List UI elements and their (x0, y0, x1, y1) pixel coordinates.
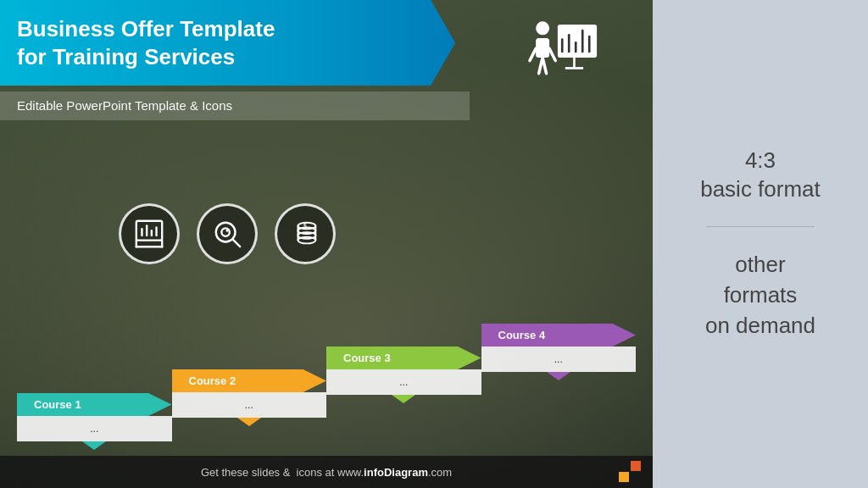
footer-domain: .com (428, 466, 452, 479)
presenter-icon-area (526, 17, 602, 85)
courses-row: Course 1 ... Course 2 ... Course 3 ... C… (0, 324, 653, 450)
course-1-content: ... (17, 416, 172, 441)
course-1-item: Course 1 ... (17, 393, 172, 450)
footer-bar: Get these slides & icons at www.infoDiag… (0, 456, 653, 488)
course-4-chevron (547, 372, 570, 380)
main-presentation-area: Business Offer Template for Training Ser… (0, 0, 653, 488)
course-4-label: Course 4 (481, 324, 637, 347)
main-title: Business Offer Template for Training Ser… (17, 15, 473, 70)
svg-line-23 (233, 240, 241, 247)
course-3-chevron (392, 395, 415, 403)
sidebar-divider (706, 226, 815, 227)
footer-text: Get these slides & icons at www.infoDiag… (201, 466, 452, 479)
format-type: basic format (700, 176, 821, 202)
course-2-content: ... (172, 392, 327, 418)
footer-brand: infoDiagram (364, 466, 428, 479)
presenter-icon (526, 17, 602, 85)
course-1-label: Course 1 (17, 393, 172, 416)
course-3-item: Course 3 ... (326, 347, 481, 403)
sidebar-format-label: 4:3 basic format (700, 147, 821, 204)
svg-rect-6 (558, 25, 597, 58)
other-line1: other (735, 252, 785, 277)
svg-text:$: $ (303, 223, 307, 230)
chart-icon (133, 218, 165, 250)
sidebar: 4:3 basic format other formats on demand (653, 0, 868, 488)
subtitle-text: Editable PowerPoint Template & Icons (17, 98, 232, 113)
svg-rect-38 (631, 461, 641, 471)
header-banner: Business Offer Template for Training Ser… (0, 0, 490, 86)
svg-line-3 (549, 48, 555, 60)
circle-chart-icon (119, 203, 180, 264)
svg-point-24 (221, 228, 230, 236)
other-line2: formats (724, 282, 798, 308)
course-1-chevron (82, 441, 106, 450)
svg-point-0 (536, 21, 549, 35)
course-3-content: ... (326, 369, 481, 395)
svg-point-25 (226, 230, 229, 232)
circle-search-icon (197, 203, 258, 264)
circle-coins-icon: $ (275, 203, 336, 264)
course-2-chevron (237, 418, 261, 426)
other-line3: on demand (705, 313, 815, 338)
svg-line-5 (542, 58, 546, 74)
svg-rect-37 (619, 472, 629, 482)
svg-line-2 (530, 48, 536, 60)
course-4-content: ... (481, 347, 637, 372)
svg-rect-14 (136, 221, 162, 241)
format-ratio: 4:3 (745, 147, 776, 173)
circles-row: $ (119, 203, 336, 264)
course-2-label: Course 2 (172, 369, 327, 392)
svg-rect-1 (536, 38, 549, 58)
course-4-item: Course 4 ... (481, 324, 637, 380)
search-eye-icon (211, 218, 243, 250)
course-2-item: Course 2 ... (172, 369, 327, 426)
sidebar-other-label: other formats on demand (705, 249, 815, 341)
coins-icon: $ (289, 218, 321, 250)
infodiagram-logo (619, 461, 641, 483)
sub-banner: Editable PowerPoint Template & Icons (0, 92, 470, 120)
course-3-label: Course 3 (326, 347, 481, 369)
